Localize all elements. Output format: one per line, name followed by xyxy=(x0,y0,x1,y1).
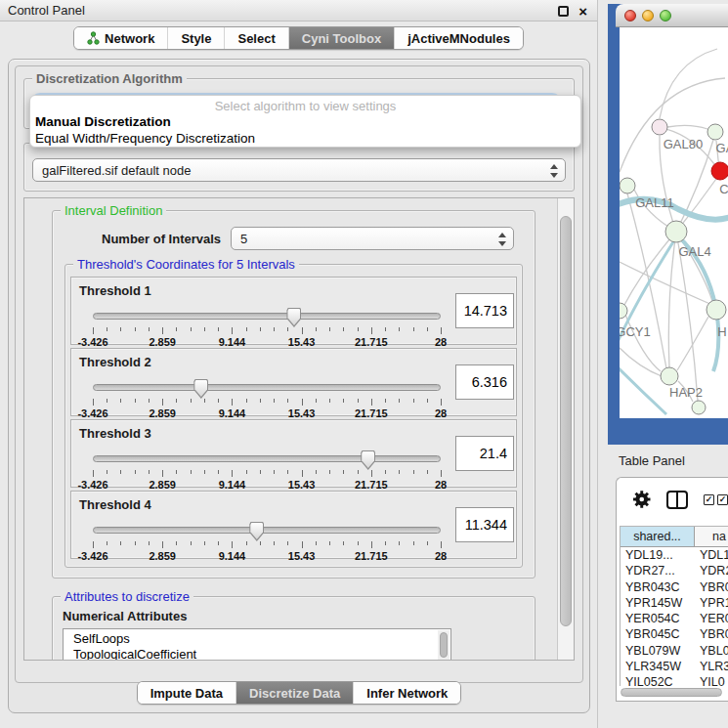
table-data-combobox[interactable]: galFiltered.sif default node xyxy=(32,158,566,182)
column-checkboxes-icon[interactable]: ✓ ✓ xyxy=(704,494,728,505)
slider-thumb[interactable] xyxy=(286,308,301,327)
threshold-1-value-field[interactable] xyxy=(455,293,514,328)
scrollbar-thumb[interactable] xyxy=(440,632,448,658)
network-edge[interactable] xyxy=(667,125,707,129)
network-node[interactable] xyxy=(652,119,667,135)
table-row[interactable]: YBR045CYBR0 xyxy=(621,626,728,642)
network-canvas[interactable]: GAL80GACGAL11GAL4GCY1HHAP2 xyxy=(620,27,728,418)
threshold-3-slider: -3.4262.8599.14415.4321.71528 xyxy=(93,450,441,493)
tab-label: Discretize Data xyxy=(249,686,340,701)
network-node[interactable] xyxy=(620,178,635,193)
scrollbar-thumb[interactable] xyxy=(560,216,572,626)
scrollbar-thumb[interactable] xyxy=(621,688,722,697)
gear-icon[interactable] xyxy=(632,490,651,509)
number-of-intervals-combobox[interactable]: 5 xyxy=(231,227,514,250)
tab-select[interactable]: Select xyxy=(225,27,288,49)
table-header-row: shared... na xyxy=(621,527,728,547)
slider-track[interactable] xyxy=(93,384,441,391)
table-row[interactable]: YBR043CYBR0 xyxy=(621,579,728,595)
tab-label: Cyni Toolbox xyxy=(302,31,381,46)
threshold-4-value-field[interactable] xyxy=(455,507,514,542)
network-edge[interactable] xyxy=(620,365,666,414)
table-data-value: galFiltered.sif default node xyxy=(42,163,191,178)
threshold-2-panel: Threshold 2 -3.4262.8599.14415.4321.7152… xyxy=(70,348,517,416)
control-panel: Control Panel × Network Style Select Cyn… xyxy=(0,0,598,728)
network-node[interactable] xyxy=(707,300,726,320)
threshold-1-slider: -3.4262.8599.14415.4321.71528 xyxy=(93,308,441,351)
tab-style[interactable]: Style xyxy=(168,27,225,49)
tab-infer-network[interactable]: Infer Network xyxy=(354,682,460,704)
numerical-attributes-label: Numerical Attributes xyxy=(63,609,525,623)
tab-discretize-data[interactable]: Discretize Data xyxy=(236,682,354,704)
control-panel-titlebar: Control Panel × xyxy=(0,0,597,21)
network-node[interactable] xyxy=(692,401,706,414)
vertical-scrollbar[interactable] xyxy=(557,198,574,660)
table-row[interactable]: YIL052CYIL0 xyxy=(621,674,728,686)
tab-jactivemnodules[interactable]: jActiveMNodules xyxy=(395,27,523,49)
list-scrollbar[interactable] xyxy=(438,630,450,660)
tab-cyni-toolbox[interactable]: Cyni Toolbox xyxy=(289,27,395,49)
network-window-titlebar[interactable] xyxy=(616,4,728,27)
table-row[interactable]: YDR27...YDR2 xyxy=(621,563,728,578)
threshold-4-slider: -3.4262.8599.14415.4321.71528 xyxy=(93,522,441,565)
slider-track[interactable] xyxy=(93,455,441,462)
threshold-3-value-field[interactable] xyxy=(455,436,514,471)
slider-track[interactable] xyxy=(93,313,441,320)
dropdown-option-manual-discretization[interactable]: Manual Discretization xyxy=(30,113,580,130)
split-pane-icon[interactable] xyxy=(666,491,688,509)
table-row[interactable]: YLR345WYLR3 xyxy=(621,659,728,674)
tab-network[interactable]: Network xyxy=(74,27,168,49)
node-label: GAL11 xyxy=(635,195,674,210)
network-edge[interactable] xyxy=(620,348,662,376)
network-node[interactable] xyxy=(661,367,678,385)
slider-track[interactable] xyxy=(93,527,441,534)
slider-ticks xyxy=(93,470,441,478)
table-row[interactable]: YER054CYER0 xyxy=(621,611,728,626)
table-row[interactable]: YBL079WYBL0 xyxy=(621,643,728,659)
network-node[interactable] xyxy=(707,124,723,140)
table-row[interactable]: YDL19...YDL1 xyxy=(621,547,728,563)
dropdown-option-equal-width-frequency[interactable]: Equal Width/Frequency Discretization xyxy=(30,130,580,147)
number-of-intervals-value: 5 xyxy=(240,232,247,246)
network-node[interactable] xyxy=(711,162,728,180)
zoom-window-icon[interactable] xyxy=(660,10,671,21)
threshold-2-label: Threshold 2 xyxy=(79,355,508,369)
threshold-4-label: Threshold 4 xyxy=(79,497,508,512)
slider-thumb[interactable] xyxy=(193,379,208,399)
table-cell: YBL079W xyxy=(621,643,695,659)
close-icon[interactable]: × xyxy=(578,6,587,17)
column-header-shared-name[interactable]: shared... xyxy=(621,527,695,546)
group-title: Interval Definition xyxy=(61,203,166,218)
tab-impute-data[interactable]: Impute Data xyxy=(138,682,236,704)
column-header-name[interactable]: na xyxy=(695,527,728,546)
network-edge[interactable] xyxy=(677,317,708,370)
minimize-window-icon[interactable] xyxy=(642,10,654,21)
table-cell: YBR0 xyxy=(695,626,728,642)
table-cell: YDR2 xyxy=(695,563,728,578)
network-edge[interactable] xyxy=(668,232,676,367)
network-node[interactable] xyxy=(665,221,687,242)
table-cell: YIL052C xyxy=(621,674,695,686)
tab-label: Style xyxy=(181,31,211,46)
table-row[interactable]: YPR145WYPR1 xyxy=(621,595,728,611)
float-window-icon[interactable] xyxy=(558,6,569,17)
bottom-tabbar: Impute Data Discretize Data Infer Networ… xyxy=(9,681,589,705)
list-item[interactable]: TopologicalCoefficient xyxy=(73,647,450,660)
network-edge[interactable] xyxy=(660,49,717,118)
horizontal-scrollbar[interactable] xyxy=(620,688,726,698)
panel-title: Control Panel xyxy=(8,3,85,18)
threshold-1-label: Threshold 1 xyxy=(79,283,508,298)
threshold-2-value-field[interactable] xyxy=(455,364,514,400)
spinner-arrows-icon xyxy=(550,163,558,179)
slider-thumb[interactable] xyxy=(249,522,264,541)
table-cell: YLR345W xyxy=(621,659,695,674)
threshold-3-label: Threshold 3 xyxy=(79,426,508,441)
list-item[interactable]: SelfLoops xyxy=(73,631,450,647)
node-table-body: YDL19...YDL1YDR27...YDR2YBR043CYBR0YPR14… xyxy=(621,547,728,686)
node-label: GAL80 xyxy=(664,137,703,151)
node-label: C xyxy=(719,182,728,196)
close-window-icon[interactable] xyxy=(624,10,636,21)
spinner-arrows-icon xyxy=(498,232,506,247)
network-edge[interactable] xyxy=(625,315,661,371)
slider-thumb[interactable] xyxy=(361,450,375,470)
